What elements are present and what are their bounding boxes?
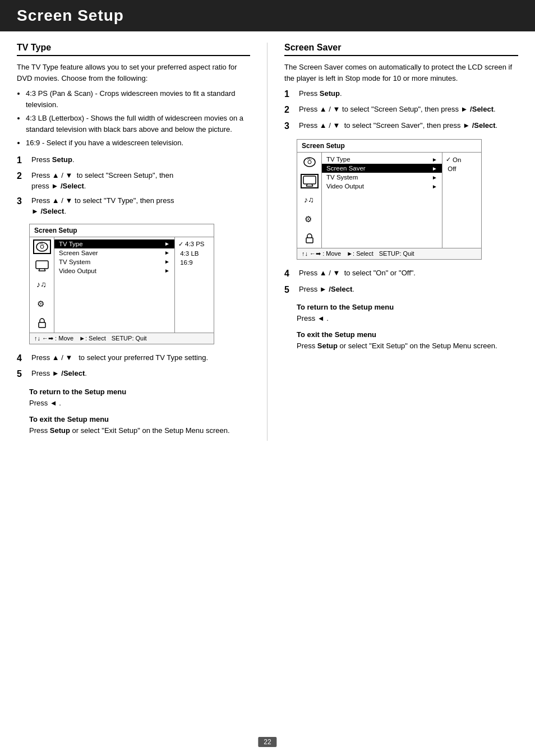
step-3: 3 Press ▲ / ▼ to select "TV Type", then … bbox=[17, 195, 250, 217]
diagram-submenu-right: On Off bbox=[442, 153, 481, 248]
diagram-title-left: Screen Setup bbox=[30, 224, 214, 237]
submenu-43lb: 4:3 LB bbox=[178, 249, 210, 258]
step5-bold-left: /Select bbox=[61, 369, 85, 377]
main-content: TV Type The TV Type feature allows you t… bbox=[0, 43, 535, 441]
svg-text:♪♫: ♪♫ bbox=[304, 195, 314, 204]
svg-text:♪♫: ♪♫ bbox=[36, 280, 47, 289]
screen-saver-steps-1-3: 1 Press Setup. 2 Press ▲ / ▼ to select "… bbox=[284, 88, 518, 132]
diagram-menu-left: TV Type ► Screen Saver ► TV System ► V bbox=[54, 237, 174, 333]
exit-bold-right: Setup bbox=[317, 342, 338, 350]
svg-rect-4 bbox=[36, 261, 48, 269]
svg-rect-15 bbox=[303, 176, 316, 184]
diagram-footer-left: ↑↓ ←➡ : Move ►: Select SETUP: Quit bbox=[30, 333, 214, 344]
svg-point-12 bbox=[308, 160, 311, 164]
icon-disc: AC bbox=[33, 239, 51, 254]
page-header: Screen Setup bbox=[0, 0, 535, 31]
tv-type-diagram: Screen Setup AC ♪♫ ⚙ bbox=[29, 224, 214, 344]
exit-text-right: Press Setup or select "Exit Setup" on th… bbox=[297, 340, 518, 352]
footer-setup-right: SETUP: Quit bbox=[379, 250, 414, 257]
left-column: TV Type The TV Type feature allows you t… bbox=[17, 43, 268, 441]
exit-menu-right: To exit the Setup menu Press Setup or se… bbox=[297, 330, 518, 352]
menu-tv-system-right: TV System ► bbox=[322, 173, 442, 182]
ss-step5-bold: /Select bbox=[329, 285, 352, 293]
exit-text-left: Press Setup or select "Exit Setup" on th… bbox=[29, 425, 250, 436]
page-title: Screen Setup bbox=[17, 7, 518, 25]
step2-bold: /Select bbox=[61, 182, 84, 190]
menu-video-output-right: Video Output ► bbox=[322, 182, 442, 191]
svg-text:⚙: ⚙ bbox=[37, 299, 44, 308]
screen-saver-intro: The Screen Saver comes on automatically … bbox=[284, 62, 518, 84]
diagram-footer-right: ↑↓ ←➡ : Move ►: Select SETUP: Quit bbox=[297, 248, 481, 259]
diagram-icons-left: AC ♪♫ ⚙ bbox=[30, 237, 54, 333]
screen-saver-steps-4-5: 4 Press ▲ / ▼ to select "On" or "Off". 5… bbox=[284, 268, 518, 296]
tv-type-steps-4-5: 4 Press ▲ / ▼ to select your preferred T… bbox=[17, 352, 250, 381]
diagram-menu-right: TV Type ► Screen Saver ► TV System ► V bbox=[322, 153, 442, 248]
screen-saver-diagram: Screen Setup AC ♪♫ ⚙ bbox=[297, 139, 482, 260]
return-title-left: To return to the Setup menu bbox=[29, 388, 250, 396]
svg-text:C: C bbox=[42, 242, 45, 245]
submenu-169: 16:9 bbox=[178, 258, 210, 267]
tv-type-bullets: 4:3 PS (Pan & Scan) - Crops widescreen m… bbox=[26, 88, 250, 149]
footer-setup-left: SETUP: Quit bbox=[112, 335, 147, 342]
svg-text:⚙: ⚙ bbox=[305, 214, 312, 224]
screen-saver-title: Screen Saver bbox=[284, 43, 518, 56]
page: Screen Setup TV Type The TV Type feature… bbox=[0, 0, 535, 756]
icon-lock-right bbox=[301, 231, 319, 246]
footer-move-right: ↑↓ ←➡ : Move bbox=[302, 250, 341, 257]
diagram-body-left: AC ♪♫ ⚙ bbox=[30, 237, 214, 333]
icon-disc-right: AC bbox=[301, 155, 319, 169]
menu-tv-type: TV Type ► bbox=[54, 239, 174, 248]
svg-rect-21 bbox=[306, 238, 313, 243]
ss-step-2: 2 Press ▲ / ▼ to select "Screen Setup", … bbox=[284, 104, 518, 116]
tv-type-title: TV Type bbox=[17, 43, 250, 56]
submenu-off: Off bbox=[446, 164, 478, 173]
ss-step2-bold: /Select bbox=[470, 105, 494, 113]
footer-select-left: ►: Select bbox=[79, 335, 106, 342]
tv-type-intro: The TV Type feature allows you to set yo… bbox=[17, 62, 250, 84]
ss-step1-bold: Setup bbox=[320, 89, 340, 98]
return-text-left: Press ◄ . bbox=[29, 398, 250, 409]
icon-audio-right: ♪♫ bbox=[301, 193, 319, 208]
bullet-1: 4:3 PS (Pan & Scan) - Crops widescreen m… bbox=[26, 88, 250, 110]
right-column: Screen Saver The Screen Saver comes on a… bbox=[268, 43, 518, 441]
ss-step-4: 4 Press ▲ / ▼ to select "On" or "Off". bbox=[284, 268, 518, 280]
menu-video-output-left: Video Output ► bbox=[54, 266, 174, 275]
icon-audio: ♪♫ bbox=[33, 278, 51, 292]
return-title-right: To return to the Setup menu bbox=[297, 303, 518, 311]
diagram-icons-right: AC ♪♫ ⚙ bbox=[297, 153, 322, 248]
diagram-submenu-left: 4:3 PS 4:3 LB 16:9 bbox=[174, 237, 214, 333]
icon-settings-right: ⚙ bbox=[301, 212, 319, 227]
return-menu-left: To return to the Setup menu Press ◄ . bbox=[29, 388, 250, 409]
icon-tv bbox=[33, 259, 51, 273]
step3-bold: /Select bbox=[40, 207, 64, 215]
diagram-body-right: AC ♪♫ ⚙ bbox=[297, 153, 481, 248]
exit-menu-left: To exit the Setup menu Press Setup or se… bbox=[29, 415, 250, 436]
footer-move-left: ↑↓ ←➡ : Move bbox=[34, 335, 73, 342]
return-text-right: Press ◄ . bbox=[297, 313, 518, 324]
exit-bold-left: Setup bbox=[50, 426, 70, 435]
svg-rect-10 bbox=[39, 322, 45, 328]
submenu-43ps: 4:3 PS bbox=[178, 239, 210, 249]
menu-screen-saver-right: Screen Saver ► bbox=[322, 164, 442, 173]
ss-step-3: 3 Press ▲ / ▼ to select "Screen Saver", … bbox=[284, 120, 518, 132]
svg-text:C: C bbox=[310, 157, 312, 160]
icon-lock bbox=[33, 316, 51, 330]
footer-select-right: ►: Select bbox=[347, 250, 373, 257]
menu-tv-type-right: TV Type ► bbox=[322, 155, 442, 164]
bullet-3: 16:9 - Select if you have a widescreen t… bbox=[26, 137, 250, 149]
step-5-left: 5 Press ► /Select. bbox=[17, 368, 250, 380]
tv-type-steps-1-3: 1 Press Setup. 2 Press ▲ / ▼ to select "… bbox=[17, 154, 250, 217]
menu-tv-system-left: TV System ► bbox=[54, 257, 174, 266]
submenu-on: On bbox=[446, 155, 478, 164]
step1-bold: Setup bbox=[52, 155, 72, 164]
exit-title-left: To exit the Setup menu bbox=[29, 415, 250, 423]
step-4-left: 4 Press ▲ / ▼ to select your preferred T… bbox=[17, 352, 250, 365]
exit-title-right: To exit the Setup menu bbox=[297, 330, 518, 339]
icon-tv-right bbox=[301, 174, 319, 188]
ss-step-5: 5 Press ► /Select. bbox=[284, 284, 518, 296]
menu-screen-saver-left: Screen Saver ► bbox=[54, 248, 174, 257]
return-menu-right: To return to the Setup menu Press ◄ . bbox=[297, 303, 518, 324]
svg-point-1 bbox=[40, 245, 44, 248]
ss-step3-bold: /Select bbox=[472, 121, 496, 130]
page-number: 22 bbox=[258, 737, 276, 747]
